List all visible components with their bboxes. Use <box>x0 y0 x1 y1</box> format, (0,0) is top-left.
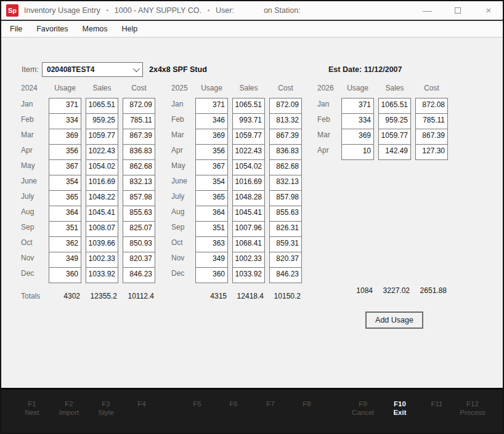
cost-cell-2024-apr[interactable]: 836.83 <box>123 144 155 160</box>
cost-cell-2024-aug[interactable]: 855.63 <box>123 206 155 222</box>
usage-cell-2025-mar[interactable]: 369 <box>195 129 228 145</box>
cost-cell-2024-dec[interactable]: 846.23 <box>123 267 155 283</box>
sales-cell-2025-nov[interactable]: 1002.33 <box>232 252 265 268</box>
usage-cell-2024-nov[interactable]: 349 <box>49 252 81 268</box>
cost-cell-2024-may[interactable]: 862.68 <box>123 159 155 175</box>
usage-cell-2024-june[interactable]: 354 <box>49 175 81 191</box>
sales-cell-2024-oct[interactable]: 1039.66 <box>86 236 118 252</box>
usage-cell-2024-sep[interactable]: 351 <box>49 221 81 237</box>
sales-cell-2024-july[interactable]: 1048.22 <box>86 190 118 206</box>
menu-item-memos[interactable]: Memos <box>83 25 108 33</box>
usage-cell-2025-apr[interactable]: 356 <box>195 144 228 160</box>
cost-cell-2024-july[interactable]: 857.98 <box>123 190 155 206</box>
cost-cell-2025-feb[interactable]: 813.32 <box>269 113 302 129</box>
sales-cell-2026-jan[interactable]: 1065.51 <box>378 98 411 114</box>
cost-cell-2025-july[interactable]: 857.98 <box>269 190 302 206</box>
usage-cell-2025-nov[interactable]: 349 <box>195 252 228 268</box>
usage-cell-2026-apr[interactable]: 10 <box>341 144 374 160</box>
sales-cell-2024-june[interactable]: 1016.69 <box>86 175 118 191</box>
cost-cell-2024-jan[interactable]: 872.09 <box>123 98 155 114</box>
sales-cell-2025-july[interactable]: 1048.28 <box>232 190 265 206</box>
cost-cell-2026-mar[interactable]: 867.39 <box>415 129 448 145</box>
usage-cell-2025-feb[interactable]: 346 <box>195 113 228 129</box>
cost-cell-2026-apr[interactable]: 127.30 <box>415 144 448 160</box>
usage-cell-2024-dec[interactable]: 360 <box>49 267 81 283</box>
usage-cell-2025-dec[interactable]: 360 <box>195 267 228 283</box>
sales-cell-2025-may[interactable]: 1054.02 <box>232 159 265 175</box>
sales-cell-2024-mar[interactable]: 1059.77 <box>86 129 118 145</box>
usage-cell-2024-aug[interactable]: 364 <box>49 206 81 222</box>
fkey-f5[interactable]: F5 <box>193 400 201 408</box>
fkey-f9[interactable]: F9Cancel <box>352 400 374 417</box>
sales-cell-2024-sep[interactable]: 1008.07 <box>86 221 118 237</box>
cost-cell-2025-sep[interactable]: 826.31 <box>269 221 302 237</box>
item-dropdown[interactable]: 020408TEST4 <box>42 62 143 77</box>
usage-cell-2026-mar[interactable]: 369 <box>341 129 374 145</box>
fkey-f2[interactable]: F2Import <box>59 400 79 417</box>
sales-cell-2025-sep[interactable]: 1007.96 <box>232 221 265 237</box>
sales-cell-2024-nov[interactable]: 1002.33 <box>86 252 118 268</box>
cost-cell-2025-jan[interactable]: 872.09 <box>269 98 302 114</box>
usage-cell-2025-may[interactable]: 367 <box>195 159 228 175</box>
usage-cell-2025-june[interactable]: 354 <box>195 175 228 191</box>
sales-cell-2024-dec[interactable]: 1033.92 <box>86 267 118 283</box>
sales-cell-2024-feb[interactable]: 959.25 <box>86 113 118 129</box>
cost-cell-2024-oct[interactable]: 850.93 <box>123 236 155 252</box>
cost-cell-2025-apr[interactable]: 836.83 <box>269 144 302 160</box>
cost-cell-2025-may[interactable]: 862.68 <box>269 159 302 175</box>
sales-cell-2025-jan[interactable]: 1065.51 <box>232 98 265 114</box>
fkey-f11[interactable]: F11 <box>431 400 443 408</box>
usage-cell-2024-may[interactable]: 367 <box>49 159 81 175</box>
menu-item-file[interactable]: File <box>10 25 22 33</box>
usage-cell-2024-july[interactable]: 365 <box>49 190 81 206</box>
sales-cell-2025-apr[interactable]: 1022.43 <box>232 144 265 160</box>
sales-cell-2024-aug[interactable]: 1045.41 <box>86 206 118 222</box>
sales-cell-2025-dec[interactable]: 1033.92 <box>232 267 265 283</box>
sales-cell-2025-aug[interactable]: 1045.41 <box>232 206 265 222</box>
fkey-f10[interactable]: F10Exit <box>393 400 406 417</box>
usage-cell-2026-feb[interactable]: 334 <box>341 113 374 129</box>
fkey-f3[interactable]: F3Style <box>98 400 114 417</box>
fkey-f4[interactable]: F4 <box>137 400 145 408</box>
minimize-icon[interactable]: — <box>423 1 431 20</box>
usage-cell-2026-jan[interactable]: 371 <box>341 98 374 114</box>
fkey-f8[interactable]: F8 <box>303 400 311 408</box>
cost-cell-2024-sep[interactable]: 825.07 <box>123 221 155 237</box>
fkey-f1[interactable]: F1Next <box>25 400 39 417</box>
cost-cell-2026-feb[interactable]: 785.11 <box>415 113 448 129</box>
cost-cell-2024-nov[interactable]: 820.37 <box>123 252 155 268</box>
usage-cell-2025-july[interactable]: 365 <box>195 190 228 206</box>
usage-cell-2024-apr[interactable]: 356 <box>49 144 81 160</box>
sales-cell-2026-mar[interactable]: 1059.77 <box>378 129 411 145</box>
sales-cell-2024-apr[interactable]: 1022.43 <box>86 144 118 160</box>
maximize-icon[interactable] <box>453 1 462 20</box>
fkey-f12[interactable]: F12Process <box>460 400 486 417</box>
sales-cell-2025-june[interactable]: 1016.69 <box>232 175 265 191</box>
sales-cell-2025-oct[interactable]: 1068.41 <box>232 236 265 252</box>
usage-cell-2025-jan[interactable]: 371 <box>195 98 228 114</box>
fkey-f7[interactable]: F7 <box>266 400 274 408</box>
cost-cell-2025-june[interactable]: 832.13 <box>269 175 302 191</box>
cost-cell-2025-dec[interactable]: 846.23 <box>269 267 302 283</box>
cost-cell-2024-june[interactable]: 832.13 <box>123 175 155 191</box>
sales-cell-2026-apr[interactable]: 142.49 <box>378 144 411 160</box>
usage-cell-2025-oct[interactable]: 363 <box>195 236 228 252</box>
fkey-f6[interactable]: F6 <box>229 400 237 408</box>
sales-cell-2025-mar[interactable]: 1059.77 <box>232 129 265 145</box>
cost-cell-2024-feb[interactable]: 785.11 <box>123 113 155 129</box>
sales-cell-2024-may[interactable]: 1054.02 <box>86 159 118 175</box>
sales-cell-2025-feb[interactable]: 993.71 <box>232 113 265 129</box>
sales-cell-2024-jan[interactable]: 1065.51 <box>86 98 118 114</box>
usage-cell-2024-oct[interactable]: 362 <box>49 236 81 252</box>
usage-cell-2024-feb[interactable]: 334 <box>49 113 81 129</box>
cost-cell-2025-aug[interactable]: 855.63 <box>269 206 302 222</box>
cost-cell-2024-mar[interactable]: 867.39 <box>123 129 155 145</box>
menu-item-help[interactable]: Help <box>122 25 138 33</box>
cost-cell-2025-nov[interactable]: 820.37 <box>269 252 302 268</box>
cost-cell-2026-jan[interactable]: 872.08 <box>415 98 448 114</box>
cost-cell-2025-oct[interactable]: 859.31 <box>269 236 302 252</box>
add-usage-button[interactable]: Add Usage <box>365 311 423 329</box>
usage-cell-2025-aug[interactable]: 364 <box>195 206 228 222</box>
usage-cell-2024-jan[interactable]: 371 <box>49 98 81 114</box>
close-icon[interactable]: × <box>484 1 493 20</box>
